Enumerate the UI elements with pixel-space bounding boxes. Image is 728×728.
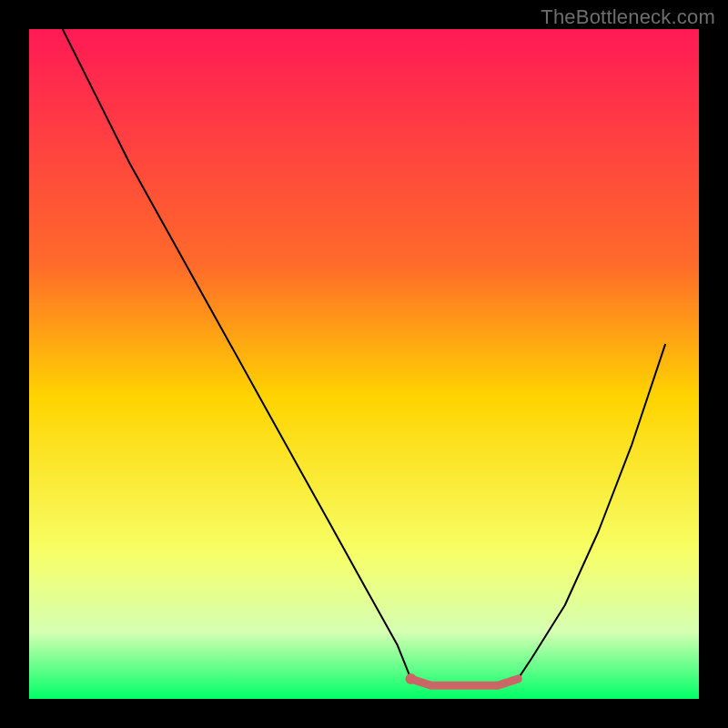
chart-container: TheBottleneck.com [0, 0, 728, 728]
plot-background [29, 29, 699, 699]
chart-svg [0, 0, 728, 728]
svg-rect-1 [0, 699, 728, 728]
svg-rect-2 [0, 0, 29, 728]
optimal-left-dot [406, 673, 417, 684]
watermark-text: TheBottleneck.com [541, 5, 715, 29]
points-layer [406, 673, 417, 684]
svg-rect-3 [699, 0, 728, 728]
